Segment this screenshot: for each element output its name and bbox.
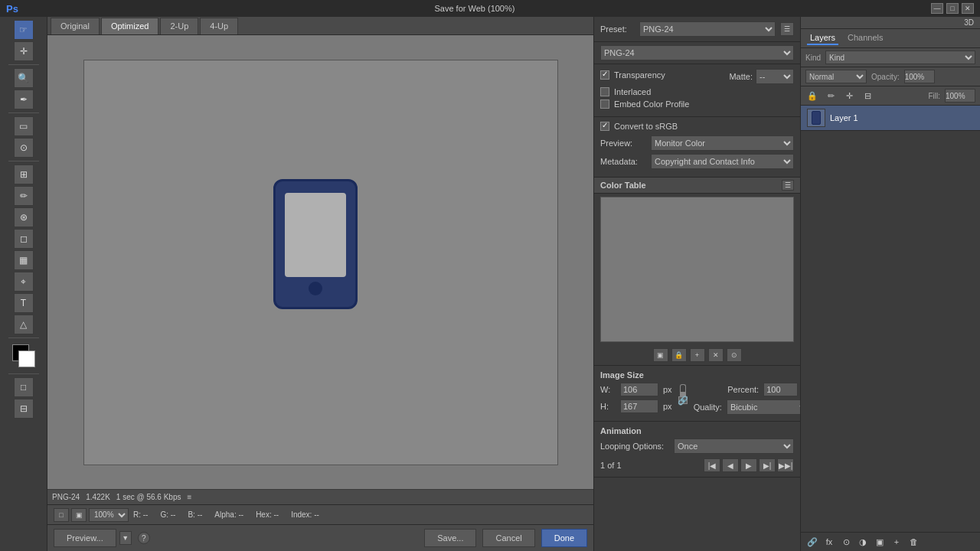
rectangle-tool[interactable]: ▭ (14, 116, 34, 136)
prev-frame-btn[interactable]: ◀ (722, 458, 739, 472)
looping-label: Looping Options: (600, 442, 669, 451)
pen-tool[interactable]: ⌖ (14, 272, 34, 292)
convert-srgb-checkbox[interactable] (600, 122, 609, 131)
view-toggle-btn[interactable]: □ (54, 508, 69, 522)
g-value: G: -- (160, 510, 175, 519)
preset-select[interactable]: PNG-24 GIF 128 Dithered JPEG High (639, 21, 776, 37)
zoom-select[interactable]: 100% 50% 200% (89, 508, 129, 522)
interlaced-checkbox[interactable] (600, 87, 609, 96)
gradient-tool[interactable]: ▦ (14, 250, 34, 270)
next-frame-btn[interactable]: ▶| (759, 458, 776, 472)
tab-2up[interactable]: 2-Up (160, 18, 198, 34)
preset-menu-btn[interactable]: ☰ (780, 22, 794, 36)
close-btn[interactable]: ✕ (962, 3, 974, 14)
layer-fx-btn[interactable]: fx (822, 535, 836, 549)
eyedropper-tool[interactable]: ✒ (14, 90, 34, 109)
metadata-field-label: Metadata: (600, 157, 646, 166)
title-bar-right[interactable]: — □ ✕ (931, 3, 974, 14)
link-layers-btn[interactable]: 🔗 (805, 535, 819, 549)
w-unit: px (663, 385, 672, 394)
sfw-canvas-area: Original Optimized 2-Up 4-Up (47, 17, 593, 551)
ct-delete-btn[interactable]: ✕ (708, 348, 724, 362)
layers-options-bar: Kind Kind (801, 48, 980, 67)
lock-position-btn[interactable]: ✛ (842, 89, 856, 103)
fill-input[interactable] (945, 89, 975, 103)
background-color[interactable] (18, 350, 35, 367)
looping-select[interactable]: Once Forever Other... (674, 439, 794, 454)
image-size-section: Image Size W: px H: px (594, 366, 800, 422)
tab-4up[interactable]: 4-Up (200, 18, 238, 34)
channels-tab[interactable]: Channels (844, 31, 886, 45)
embed-color-checkbox[interactable] (600, 99, 609, 109)
help-icon[interactable]: ? (138, 532, 150, 544)
blend-mode-select[interactable]: Normal (805, 70, 867, 83)
transparency-checkbox[interactable] (600, 70, 609, 80)
image-size-title: Image Size (600, 370, 794, 380)
preview-dropdown[interactable]: ▼ (119, 531, 132, 545)
preview-button[interactable]: Preview... (54, 529, 116, 547)
tab-optimized[interactable]: Optimized (101, 18, 159, 34)
opacity-label: Opacity: (871, 73, 900, 81)
opacity-input[interactable] (904, 70, 935, 83)
format-select[interactable]: PNG-24 PNG-8 GIF JPEG WBMP (600, 45, 794, 60)
ct-map-btn[interactable]: ▣ (653, 348, 668, 362)
lasso-tool[interactable]: ⊙ (14, 138, 34, 158)
save-button[interactable]: Save... (424, 529, 476, 547)
first-frame-btn[interactable]: |◀ (704, 458, 720, 472)
ct-add-btn[interactable]: + (690, 348, 705, 362)
select-tool[interactable]: ✛ (14, 41, 34, 61)
last-frame-btn[interactable]: ▶▶| (777, 458, 794, 472)
screen-mode-btn[interactable]: □ (14, 377, 34, 397)
matte-select[interactable]: -- White Black (756, 69, 794, 84)
maximize-btn[interactable]: □ (946, 3, 959, 14)
preview-mode-btn[interactable]: ⊟ (14, 399, 34, 419)
image-format: PNG-24 (52, 493, 80, 501)
image-speed: 1 sec @ 56.6 Kbps (116, 493, 181, 501)
adj-layer-btn[interactable]: ◑ (856, 535, 870, 549)
color-table-menu-btn[interactable]: ☰ (782, 180, 794, 191)
delete-layer-btn[interactable]: 🗑 (906, 535, 920, 549)
brush-tool[interactable]: ✏ (14, 186, 34, 206)
new-layer-btn[interactable]: + (890, 535, 903, 549)
color-picker[interactable] (12, 344, 35, 367)
interlaced-label: Interlaced (614, 87, 651, 96)
width-row: W: px (600, 383, 672, 396)
lock-transparent-btn[interactable]: 🔒 (805, 89, 819, 103)
shape-tool[interactable]: △ (14, 315, 34, 334)
crop-tool[interactable]: ⊞ (14, 165, 34, 184)
hand-tool[interactable]: ☞ (14, 20, 34, 40)
frame-counter: 1 of 1 (600, 461, 622, 470)
layer-item[interactable]: Layer 1 (801, 106, 980, 131)
layer-group-btn[interactable]: ▣ (873, 535, 887, 549)
stamp-tool[interactable]: ⊛ (14, 207, 34, 227)
ct-lock-btn[interactable]: 🔒 (671, 348, 687, 362)
preview-select[interactable]: Monitor Color Legacy Macintosh Internet … (651, 135, 794, 151)
play-btn[interactable]: ▶ (740, 458, 757, 472)
text-tool[interactable]: T (14, 293, 34, 313)
color-table-toolbar: ▣ 🔒 + ✕ ⊙ (594, 345, 800, 365)
kind-select[interactable]: Kind (825, 51, 975, 64)
ct-web-btn[interactable]: ⊙ (727, 348, 742, 362)
eraser-tool[interactable]: ◻ (14, 229, 34, 249)
image-filesize: 1.422K (86, 493, 110, 501)
add-mask-btn[interactable]: ⊙ (839, 535, 853, 549)
lock-image-btn[interactable]: ✏ (824, 89, 838, 103)
lock-all-btn[interactable]: ⊟ (861, 89, 874, 103)
blend-mode-bar: Normal Opacity: (801, 67, 980, 86)
cancel-button[interactable]: Cancel (482, 529, 534, 547)
b-value: B: -- (188, 510, 202, 519)
image-status-bar: PNG-24 1.422K 1 sec @ 56.6 Kbps ≡ (47, 489, 593, 504)
height-input[interactable] (620, 399, 658, 413)
layers-tab[interactable]: Layers (807, 31, 838, 45)
tab-original[interactable]: Original (51, 18, 100, 34)
quality-select[interactable]: Bicubic Nearest Neighbor Bilinear Bicubi… (727, 399, 810, 415)
minimize-btn[interactable]: — (931, 3, 943, 14)
phone-mockup (273, 179, 358, 309)
width-input[interactable] (620, 383, 658, 396)
zoom-tool[interactable]: 🔍 (14, 68, 34, 88)
done-button[interactable]: Done (541, 529, 587, 547)
metadata-select[interactable]: Copyright and Contact Info None Copyrigh… (651, 154, 794, 169)
view-toggle-btn2[interactable]: ▣ (71, 508, 87, 522)
percent-input[interactable] (763, 383, 798, 396)
kind-label: Kind (805, 54, 821, 62)
